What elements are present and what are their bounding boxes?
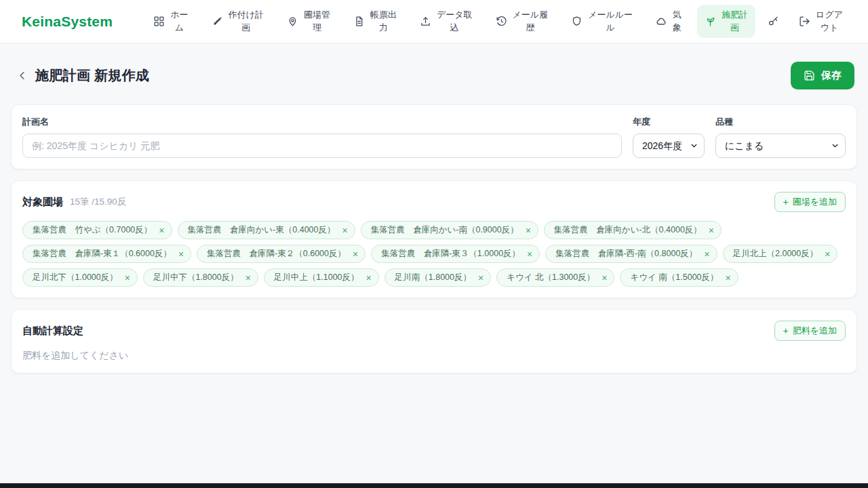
variety-field: 品種 にこまる bbox=[715, 116, 846, 158]
shield-icon bbox=[571, 16, 583, 27]
field-chip: 足川中上（1.1000反）× bbox=[264, 268, 379, 287]
wheat-icon bbox=[212, 16, 223, 27]
nav-item-logout[interactable]: ログア ウト bbox=[791, 5, 850, 37]
nav-item-home[interactable]: ホー ム bbox=[146, 5, 195, 37]
field-chip: 集落営農 倉庫隣-東２（0.6000反）× bbox=[197, 245, 366, 263]
fertilizer-empty-text: 肥料を追加してください bbox=[22, 350, 846, 362]
nav-item-label: ホー ム bbox=[170, 9, 188, 33]
plan-form-row: 計画名 年度 2026年度 品種 にこまる bbox=[22, 116, 846, 158]
chip-remove-button[interactable]: × bbox=[726, 273, 731, 283]
nav-item-label: データ取 込 bbox=[437, 9, 473, 33]
back-button[interactable] bbox=[14, 68, 30, 84]
nav-item-weather[interactable]: 気 象 bbox=[648, 5, 689, 37]
save-button-label: 保存 bbox=[821, 69, 842, 82]
brand-logo[interactable]: KeinaSystem bbox=[22, 14, 113, 30]
plus-icon: + bbox=[783, 197, 789, 207]
add-fertilizer-button-label: 肥料を追加 bbox=[793, 325, 837, 337]
nav-menu: ホー ム作付け計 画圃場管 理帳票出 力データ取 込メール履 歴メールルー ル気… bbox=[146, 5, 850, 37]
add-fertilizer-button[interactable]: + 肥料を追加 bbox=[774, 321, 846, 341]
field-chip: 足川中下（1.8000反）× bbox=[143, 268, 258, 287]
nav-item-label: 帳票出 力 bbox=[370, 9, 397, 33]
nav-item-api-key[interactable] bbox=[764, 12, 783, 31]
nav-item-planting-plan[interactable]: 作付け計 画 bbox=[204, 5, 271, 37]
field-chip-label: 足川北上（2.0000反） bbox=[733, 248, 818, 260]
chip-remove-button[interactable]: × bbox=[709, 226, 714, 235]
page-title: 施肥計画 新規作成 bbox=[35, 66, 149, 85]
variety-select-wrap: にこまる bbox=[715, 134, 846, 158]
key-icon bbox=[768, 16, 779, 27]
chip-remove-button[interactable]: × bbox=[342, 226, 348, 235]
field-chip-label: キウイ 南（1.5000反） bbox=[630, 272, 718, 283]
field-chip-label: 足川中上（1.1000反） bbox=[274, 272, 359, 283]
chip-remove-button[interactable]: × bbox=[704, 249, 709, 259]
field-chip: 足川南（1.8000反）× bbox=[384, 268, 491, 287]
nav-item-fertilization-plan[interactable]: 施肥計 画 bbox=[697, 5, 755, 37]
nav-item-label: メール履 歴 bbox=[513, 9, 549, 33]
chip-remove-button[interactable]: × bbox=[366, 273, 372, 283]
add-field-button[interactable]: + 圃場を追加 bbox=[774, 192, 846, 212]
field-chip-label: 足川北下（1.0000反） bbox=[33, 272, 118, 283]
year-select[interactable]: 2026年度 bbox=[633, 134, 705, 158]
nav-item-label: 気 象 bbox=[673, 9, 682, 33]
chip-remove-button[interactable]: × bbox=[601, 273, 607, 283]
auto-calc-card: 自動計算設定 + 肥料を追加 肥料を追加してください bbox=[11, 309, 857, 373]
chip-remove-button[interactable]: × bbox=[825, 249, 830, 259]
chip-remove-button[interactable]: × bbox=[526, 226, 531, 235]
field-chip-label: 集落営農 倉庫向かい-北（0.4000反） bbox=[554, 224, 702, 236]
nav-item-field-management[interactable]: 圃場管 理 bbox=[279, 5, 338, 37]
variety-label: 品種 bbox=[715, 116, 846, 128]
target-fields-card: 対象圃場 15筆 /15.90反 + 圃場を追加 集落営農 竹やぶ（0.7000… bbox=[11, 180, 857, 298]
nav-item-label: ログア ウト bbox=[816, 9, 843, 33]
field-chip: キウイ 北（1.3000反）× bbox=[496, 268, 614, 287]
save-icon bbox=[804, 70, 815, 81]
field-chip-label: 足川中下（1.8000反） bbox=[153, 272, 239, 283]
target-fields-title: 対象圃場 bbox=[22, 196, 63, 209]
field-chip: 集落営農 倉庫向かい-南（0.9000反）× bbox=[361, 221, 538, 239]
field-chip-label: 集落営農 倉庫隣-東２（0.6000反） bbox=[207, 248, 346, 260]
field-chip-label: 集落営農 倉庫向かい-南（0.9000反） bbox=[371, 224, 519, 236]
chip-remove-button[interactable]: × bbox=[527, 249, 532, 259]
field-chip-label: 集落営農 倉庫向かい-東（0.4000反） bbox=[188, 224, 336, 236]
field-chip-label: 集落営農 倉庫隣-西-南（0.8000反） bbox=[555, 248, 697, 260]
field-chip-list: 集落営農 竹やぶ（0.7000反）×集落営農 倉庫向かい-東（0.4000反）×… bbox=[22, 221, 846, 287]
field-chip: 集落営農 倉庫隣-東３（1.0000反）× bbox=[371, 245, 540, 263]
auto-calc-title: 自動計算設定 bbox=[22, 325, 83, 338]
field-chip-label: 集落営農 竹やぶ（0.7000反） bbox=[33, 224, 152, 236]
plan-name-field: 計画名 bbox=[22, 116, 622, 158]
nav-item-mail-history[interactable]: メール履 歴 bbox=[488, 5, 556, 37]
history-icon bbox=[496, 16, 507, 27]
field-chip: 足川北上（2.0000反）× bbox=[723, 245, 838, 263]
field-chip-label: 集落営農 倉庫隣-東３（1.0000反） bbox=[381, 248, 520, 260]
field-chip: 足川北下（1.0000反）× bbox=[22, 268, 138, 287]
page-content: 施肥計画 新規作成 保存 計画名 年度 2026年度 bbox=[0, 62, 868, 373]
field-chip: 集落営農 倉庫向かい-東（0.4000反）× bbox=[178, 221, 355, 239]
chip-remove-button[interactable]: × bbox=[353, 249, 358, 259]
nav-item-label: 作付け計 画 bbox=[229, 9, 264, 33]
nav-item-label: 圃場管 理 bbox=[304, 9, 330, 33]
field-chip: 集落営農 倉庫隣-東１（0.6000反）× bbox=[22, 245, 191, 263]
chip-remove-button[interactable]: × bbox=[125, 273, 130, 283]
nav-item-mail-rules[interactable]: メールルー ル bbox=[564, 5, 640, 37]
chip-remove-button[interactable]: × bbox=[159, 226, 164, 235]
chip-remove-button[interactable]: × bbox=[178, 249, 184, 259]
plan-info-card: 計画名 年度 2026年度 品種 にこまる bbox=[11, 104, 857, 169]
chip-remove-button[interactable]: × bbox=[245, 273, 251, 283]
field-chip: キウイ 南（1.5000反）× bbox=[620, 268, 738, 287]
field-chip-label: 足川南（1.8000反） bbox=[395, 272, 471, 283]
plan-name-input[interactable] bbox=[22, 134, 622, 158]
nav-item-data-import[interactable]: データ取 込 bbox=[412, 5, 480, 37]
field-chip: 集落営農 倉庫向かい-北（0.4000反）× bbox=[544, 221, 722, 239]
page-header: 施肥計画 新規作成 保存 bbox=[11, 62, 857, 89]
save-button[interactable]: 保存 bbox=[791, 62, 854, 89]
grid-icon bbox=[153, 16, 165, 27]
chip-remove-button[interactable]: × bbox=[478, 273, 484, 283]
year-select-wrap: 2026年度 bbox=[633, 134, 705, 158]
auto-calc-header: 自動計算設定 + 肥料を追加 bbox=[22, 321, 846, 341]
sprout-icon bbox=[705, 16, 716, 27]
target-fields-header: 対象圃場 15筆 /15.90反 + 圃場を追加 bbox=[22, 192, 846, 212]
taskbar-sliver bbox=[0, 483, 868, 488]
plus-icon: + bbox=[783, 326, 789, 336]
field-chip-label: 集落営農 倉庫隣-東１（0.6000反） bbox=[33, 248, 172, 260]
variety-select[interactable]: にこまる bbox=[715, 134, 846, 158]
nav-item-report-output[interactable]: 帳票出 力 bbox=[346, 5, 404, 37]
